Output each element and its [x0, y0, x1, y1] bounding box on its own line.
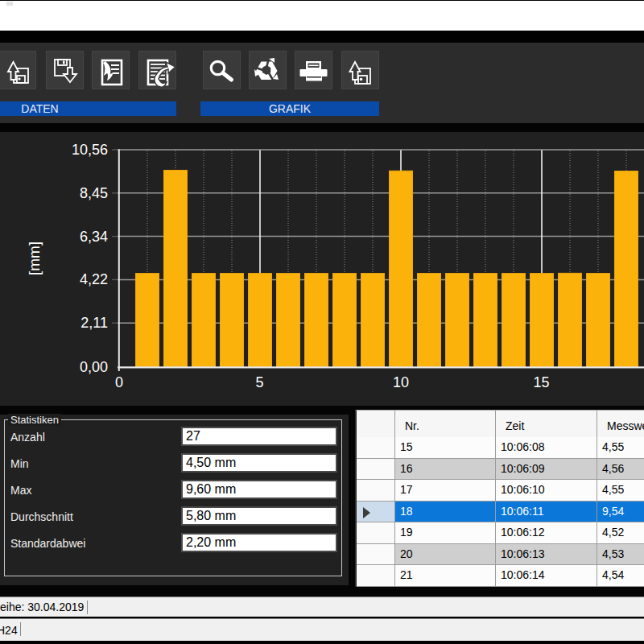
- svg-text:2,11: 2,11: [80, 315, 108, 331]
- svg-text:[mm]: [mm]: [26, 242, 43, 275]
- svg-text:15: 15: [533, 374, 549, 390]
- svg-text:6,34: 6,34: [80, 229, 108, 245]
- svg-text:0: 0: [115, 374, 123, 390]
- svg-text:10,56: 10,56: [72, 142, 108, 158]
- svg-text:8,45: 8,45: [80, 185, 108, 201]
- svg-text:5: 5: [255, 374, 263, 390]
- svg-text:4,22: 4,22: [80, 271, 108, 287]
- svg-text:0,00: 0,00: [80, 359, 108, 375]
- svg-text:10: 10: [393, 374, 409, 390]
